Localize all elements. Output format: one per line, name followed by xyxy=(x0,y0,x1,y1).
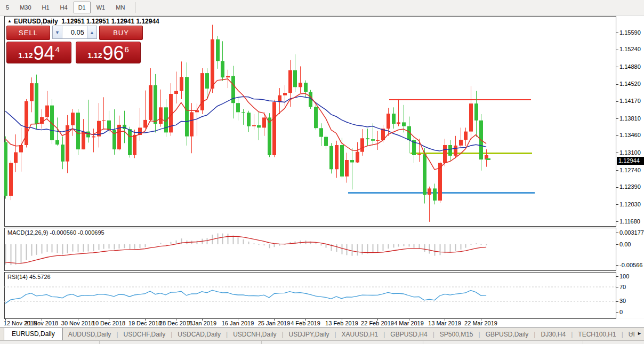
tab-scroll-right-icon[interactable]: ► xyxy=(637,331,642,336)
candle-body xyxy=(448,145,452,156)
date-axis-label: 30 Nov 2018 xyxy=(61,320,94,326)
price-axis-label: 1.13100 xyxy=(619,149,641,156)
candle-body xyxy=(45,106,49,117)
price-axis-label: 1.13460 xyxy=(619,132,641,138)
tab-usdchf-daily[interactable]: USDCHF,Daily xyxy=(118,329,171,341)
candle-body xyxy=(454,146,457,156)
tab-usdcad-daily[interactable]: USDCAD,Daily xyxy=(172,329,226,341)
candle-body xyxy=(262,117,266,127)
candle-body xyxy=(464,132,468,140)
macd-axis-label: -0.00566 xyxy=(619,262,642,268)
candle-body xyxy=(61,145,65,162)
candle-body xyxy=(459,140,463,146)
tab-usdjpy-daily[interactable]: USDJPY,Daily xyxy=(284,329,335,341)
candle-body xyxy=(133,135,136,155)
tab-gbpusd-daily[interactable]: GBPUSD,Daily xyxy=(480,329,534,341)
candle-body xyxy=(102,121,106,121)
macd-axis-label: 0.003177 xyxy=(619,229,644,236)
sell-price-big: 94 xyxy=(33,45,54,61)
candle-body xyxy=(226,76,230,78)
status-divider xyxy=(99,341,100,344)
candle-body xyxy=(268,117,271,155)
candle-body xyxy=(272,102,276,155)
candle-body xyxy=(469,103,473,132)
candle-body xyxy=(443,145,447,163)
date-axis-label: 7 Jan 2019 xyxy=(188,320,216,326)
date-axis-label: 19 Dec 2018 xyxy=(128,320,162,326)
rsi-label: RSI(14) 45.5726 xyxy=(7,274,51,280)
candle-body xyxy=(417,154,421,155)
tab-scroll-arrows: ◄► xyxy=(629,331,642,336)
candle-body xyxy=(35,83,38,124)
candle-body xyxy=(143,120,147,128)
sell-button[interactable]: SELL xyxy=(6,26,50,40)
tab-gbpusd-h4[interactable]: GBPUSD,H4 xyxy=(385,329,432,341)
candle-body xyxy=(314,107,318,128)
date-axis-label: 4 Feb 2019 xyxy=(291,320,320,326)
price-axis-label: 1.11680 xyxy=(619,218,640,225)
candle-body xyxy=(371,139,375,141)
candle-body xyxy=(14,153,18,163)
price-axis-label: 1.14170 xyxy=(619,98,641,104)
tab-tech100-h1[interactable]: TECH100,H1 xyxy=(573,329,621,341)
tab-scroll-left-icon[interactable]: ◄ xyxy=(629,331,634,336)
candle-body xyxy=(433,188,437,201)
tab-dj30-h4[interactable]: DJ30,H4 xyxy=(535,329,571,341)
candle-body xyxy=(345,160,349,177)
current-bar-marker xyxy=(486,158,490,160)
candle-body xyxy=(174,91,178,94)
status-divider xyxy=(423,341,423,344)
candle-body xyxy=(9,163,13,196)
candle-body xyxy=(387,114,390,129)
price-axis-label: 1.12030 xyxy=(619,201,641,207)
tab-audusd-daily[interactable]: AUDUSD,Daily xyxy=(63,329,117,341)
sell-price-box[interactable]: 1.12 94 4 xyxy=(6,42,71,63)
buy-price-box[interactable]: 1.12 96 6 xyxy=(76,42,141,63)
tab-eurusd-daily[interactable]: EURUSD,Daily xyxy=(4,327,63,341)
candle-body xyxy=(397,122,400,124)
symbol-tab-bar: EURUSD,DailyAUDUSD,Daily|USDCHF,Daily|US… xyxy=(0,327,644,341)
candle-body xyxy=(350,160,354,163)
rsi-axis-label: 100 xyxy=(619,273,629,279)
candle-body xyxy=(252,125,256,126)
candle-body xyxy=(107,121,111,130)
candle-body xyxy=(92,137,95,138)
buy-price-big: 96 xyxy=(102,45,124,61)
trading-platform-window: 5M30H1H4D1W1MN ▲EURUSD,Daily 1.12951 1.1… xyxy=(0,0,644,344)
rsi-axis-label: 30 xyxy=(619,298,626,304)
sell-price-pip: 4 xyxy=(55,45,59,54)
date-axis-label: 22 Mar 2019 xyxy=(464,320,497,326)
candle-body xyxy=(340,145,344,177)
status-divider xyxy=(261,341,262,344)
candle-body xyxy=(329,146,333,170)
buy-price-pip: 6 xyxy=(124,45,128,54)
volume-increase-button[interactable]: ▲ xyxy=(87,26,96,38)
volume-stepper: ▼ 0.05 ▲ xyxy=(52,26,97,39)
candle-body xyxy=(185,77,189,136)
date-axis-label: 4 Mar 2019 xyxy=(394,320,424,326)
date-axis-label: 13 Mar 2019 xyxy=(428,320,461,326)
candle-body xyxy=(324,137,328,146)
candle-body xyxy=(360,138,364,151)
candle-body xyxy=(200,73,204,110)
candle-body xyxy=(211,39,214,89)
macd-label: MACD(12,26,9) -0.000560 -0.000695 xyxy=(7,229,104,236)
candle-body xyxy=(221,61,224,77)
candle-body xyxy=(149,85,152,120)
volume-decrease-button[interactable]: ▼ xyxy=(53,26,62,38)
macd-axis-label: 0.00 xyxy=(619,241,631,247)
candle-body xyxy=(319,128,323,137)
date-axis-label: 22 Feb 2019 xyxy=(361,320,394,326)
candle-body xyxy=(180,77,183,91)
tab-sp500-m15[interactable]: SP500,M15 xyxy=(434,329,479,341)
candle-body xyxy=(236,103,240,112)
tab-xauusd-h1[interactable]: XAUUSD,H1 xyxy=(336,329,384,341)
volume-value[interactable]: 0.05 xyxy=(62,26,87,38)
candle-body xyxy=(76,113,80,149)
price-axis-label: 1.14880 xyxy=(619,63,641,70)
tab-usdcnh-daily[interactable]: USDCNH,Daily xyxy=(228,329,281,341)
candle-body xyxy=(376,140,380,141)
status-bar xyxy=(0,340,644,344)
candle-body xyxy=(190,112,194,136)
buy-button[interactable]: BUY xyxy=(99,26,143,40)
